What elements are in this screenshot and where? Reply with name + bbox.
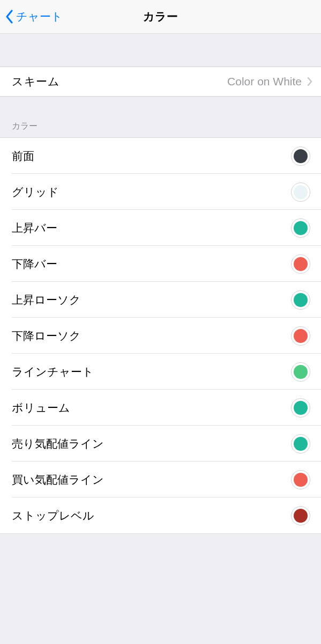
color-swatch-inner bbox=[294, 329, 308, 343]
color-label: 下降ローソク bbox=[12, 328, 81, 343]
color-swatch[interactable] bbox=[291, 506, 310, 525]
color-label: ラインチャート bbox=[12, 364, 94, 379]
color-row[interactable]: 売り気配値ライン bbox=[0, 426, 321, 462]
spacer bbox=[0, 34, 321, 67]
color-row[interactable]: ストップレベル bbox=[0, 497, 321, 533]
color-swatch[interactable] bbox=[291, 398, 310, 418]
color-swatch[interactable] bbox=[291, 362, 310, 382]
color-row[interactable]: 下降バー bbox=[0, 246, 321, 282]
section-header: カラー bbox=[0, 97, 321, 137]
color-swatch[interactable] bbox=[291, 470, 310, 489]
color-row[interactable]: 下降ローソク bbox=[0, 318, 321, 354]
color-swatch[interactable] bbox=[291, 182, 310, 202]
color-label: 前面 bbox=[12, 149, 34, 164]
color-swatch-inner bbox=[294, 401, 308, 415]
color-row[interactable]: ボリューム bbox=[0, 390, 321, 426]
chevron-right-icon bbox=[307, 77, 312, 86]
color-label: 買い気配値ライン bbox=[12, 472, 104, 487]
scheme-right: Color on White bbox=[227, 75, 312, 88]
color-swatch-inner bbox=[294, 293, 308, 307]
navbar: チャート カラー bbox=[0, 0, 321, 34]
section-header-label: カラー bbox=[12, 121, 38, 132]
scheme-row[interactable]: スキーム Color on White bbox=[0, 67, 321, 97]
page-title: カラー bbox=[143, 9, 178, 24]
color-swatch[interactable] bbox=[291, 434, 310, 453]
color-swatch-inner bbox=[294, 149, 308, 163]
color-label: 売り気配値ライン bbox=[12, 436, 104, 451]
color-label: 下降バー bbox=[12, 257, 57, 272]
color-swatch-inner bbox=[294, 437, 308, 451]
color-label: 上昇バー bbox=[12, 221, 57, 236]
color-label: ボリューム bbox=[12, 400, 70, 415]
scheme-label: スキーム bbox=[12, 74, 59, 89]
color-swatch-inner bbox=[294, 509, 308, 523]
color-row[interactable]: 買い気配値ライン bbox=[0, 462, 321, 497]
color-row[interactable]: 上昇ローソク bbox=[0, 282, 321, 318]
color-label: グリッド bbox=[12, 185, 59, 200]
color-swatch[interactable] bbox=[291, 254, 310, 274]
color-swatch[interactable] bbox=[291, 147, 310, 166]
color-label: ストップレベル bbox=[12, 508, 94, 523]
back-label: チャート bbox=[16, 9, 63, 24]
color-swatch-inner bbox=[294, 257, 308, 271]
color-list: 前面グリッド上昇バー下降バー上昇ローソク下降ローソクラインチャートボリューム売り… bbox=[0, 137, 321, 534]
color-row[interactable]: 上昇バー bbox=[0, 210, 321, 246]
color-row[interactable]: グリッド bbox=[0, 174, 321, 210]
color-row[interactable]: ラインチャート bbox=[0, 354, 321, 390]
color-swatch-inner bbox=[294, 365, 308, 379]
color-swatch[interactable] bbox=[291, 290, 310, 310]
back-button[interactable]: チャート bbox=[0, 9, 63, 24]
color-row[interactable]: 前面 bbox=[0, 138, 321, 174]
color-label: 上昇ローソク bbox=[12, 292, 81, 308]
color-swatch-inner bbox=[294, 473, 308, 487]
color-swatch-inner bbox=[294, 185, 308, 199]
color-swatch-inner bbox=[294, 221, 308, 235]
chevron-left-icon bbox=[5, 9, 14, 24]
color-swatch[interactable] bbox=[291, 218, 310, 238]
color-swatch[interactable] bbox=[291, 326, 310, 346]
scheme-value: Color on White bbox=[227, 75, 302, 88]
